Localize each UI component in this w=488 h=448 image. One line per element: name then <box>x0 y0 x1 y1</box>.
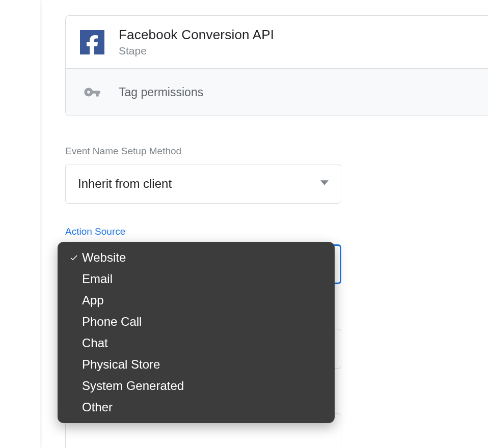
event-name-setup-group: Event Name Setup Method Inherit from cli… <box>65 146 488 204</box>
dropdown-option[interactable]: Physical Store <box>58 354 335 375</box>
dropdown-option-label: System Generated <box>81 379 184 393</box>
tag-permissions-label: Tag permissions <box>104 86 203 99</box>
dropdown-option[interactable]: Website <box>58 247 335 268</box>
tag-header-row: Facebook Conversion API Stape <box>66 16 488 69</box>
check-icon <box>67 253 81 262</box>
tag-header-card: Facebook Conversion API Stape Tag permis… <box>65 15 488 116</box>
dropdown-option-label: Physical Store <box>81 357 160 372</box>
left-gutter <box>0 0 40 448</box>
dropdown-option[interactable]: App <box>58 290 335 311</box>
action-source-label: Action Source <box>65 226 488 237</box>
event-name-setup-value: Inherit from client <box>78 177 172 191</box>
tag-header-text: Facebook Conversion API Stape <box>104 27 274 57</box>
facebook-icon <box>80 30 104 54</box>
dropdown-option-label: Website <box>81 250 126 265</box>
action-source-dropdown: WebsiteEmailAppPhone CallChatPhysical St… <box>58 242 335 423</box>
key-icon <box>80 80 104 104</box>
dropdown-option[interactable]: Chat <box>58 332 335 354</box>
event-name-setup-select[interactable]: Inherit from client <box>65 164 341 204</box>
tag-permissions-row[interactable]: Tag permissions <box>66 69 488 116</box>
dropdown-option[interactable]: Phone Call <box>58 311 335 332</box>
chevron-down-icon <box>320 179 329 189</box>
tag-subtitle: Stape <box>119 45 274 57</box>
dropdown-option-label: App <box>81 293 104 307</box>
tag-title: Facebook Conversion API <box>119 27 274 43</box>
dropdown-option[interactable]: Email <box>58 268 335 290</box>
dropdown-option-label: Other <box>81 400 113 414</box>
dropdown-option-label: Email <box>81 272 113 286</box>
dropdown-option[interactable]: Other <box>58 397 335 418</box>
dropdown-option-label: Phone Call <box>81 315 142 329</box>
event-name-setup-label: Event Name Setup Method <box>65 146 488 157</box>
dropdown-option-label: Chat <box>81 336 108 350</box>
dropdown-option[interactable]: System Generated <box>58 375 335 397</box>
